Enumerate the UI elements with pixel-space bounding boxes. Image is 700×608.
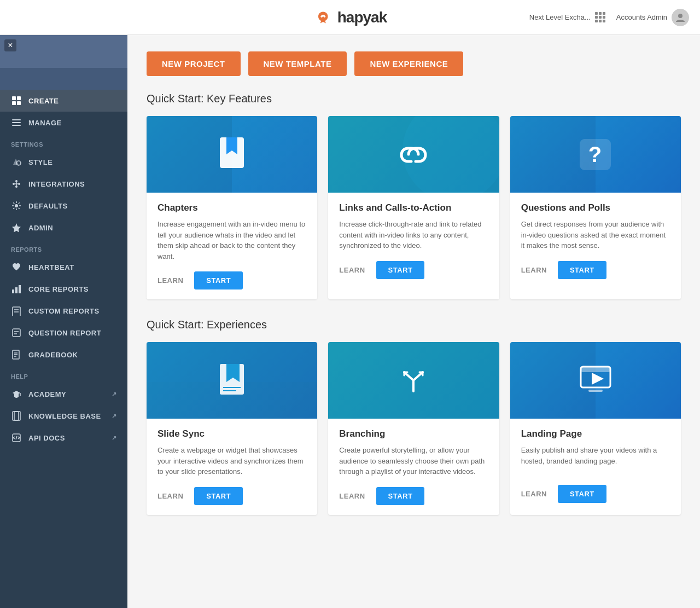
sidebar-item-heartbeat[interactable]: HEARTBEAT — [0, 256, 127, 278]
new-project-button[interactable]: NEW PROJECT — [147, 51, 241, 76]
chapters-learn[interactable]: LEARN — [158, 276, 183, 285]
svg-point-13 — [18, 183, 20, 185]
sidebar-item-gradebook-label: GRADEBOOK — [28, 351, 78, 359]
links-cta-title: Links and Calls-to-Action — [339, 202, 488, 213]
questions-polls-title: Questions and Polls — [521, 202, 670, 213]
branching-card-image — [328, 342, 499, 419]
sidebar-item-custom-reports[interactable]: CUSTOM REPORTS — [0, 300, 127, 322]
grid-icon — [595, 12, 605, 22]
org-name: Next Level Excha... — [529, 13, 591, 21]
sidebar-item-core-reports[interactable]: CORE REPORTS — [0, 278, 127, 300]
sidebar-item-gradebook[interactable]: GRADEBOOK — [0, 344, 127, 366]
sidebar-item-question-report[interactable]: QUESTION REPORT — [0, 322, 127, 344]
help-section-label: Help — [0, 366, 127, 383]
slide-sync-start[interactable]: START — [194, 487, 243, 505]
sidebar-item-style-label: STYLE — [28, 158, 52, 166]
org-switcher[interactable]: Next Level Excha... — [529, 12, 605, 22]
landing-page-learn[interactable]: LEARN — [521, 490, 547, 498]
questions-polls-card-body: Questions and Polls Get direct responses… — [510, 193, 681, 289]
main-layout: × CREATE MANAGE Settings — [0, 35, 700, 608]
links-cta-card: Links and Calls-to-Action Increase click… — [328, 116, 499, 299]
chapters-desc: Increase engagement with an in-video men… — [158, 219, 306, 262]
question-icon: ? — [578, 137, 613, 172]
hapyak-logo-icon — [313, 10, 333, 25]
sidebar-item-create-label: CREATE — [28, 97, 59, 105]
experiences-heading: Quick Start: Experiences — [147, 319, 681, 331]
svg-line-44 — [413, 372, 423, 380]
questions-polls-card-image: ? — [510, 116, 681, 193]
new-template-button[interactable]: NEW TEMPLATE — [248, 51, 347, 76]
svg-rect-4 — [17, 96, 21, 100]
user-avatar — [672, 9, 689, 26]
chapters-start[interactable]: START — [194, 271, 243, 289]
header-logo: hapyak — [313, 9, 387, 26]
slide-sync-desc: Create a webpage or widget that showcase… — [158, 445, 306, 477]
svg-line-35 — [16, 436, 17, 439]
sidebar-item-style[interactable]: STYLE — [0, 151, 127, 173]
svg-rect-3 — [12, 96, 16, 100]
experiences-cards: Slide Sync Create a webpage or widget th… — [147, 342, 681, 515]
external-link-icon-academy: ↗ — [112, 391, 117, 398]
branching-actions: LEARN START — [339, 487, 488, 505]
links-cta-card-body: Links and Calls-to-Action Increase click… — [328, 193, 499, 289]
svg-point-11 — [13, 183, 15, 185]
style-icon — [11, 157, 22, 167]
svg-point-12 — [15, 180, 18, 182]
branching-title: Branching — [339, 429, 488, 439]
sidebar-item-knowledge-base[interactable]: KNOWLEDGE BASE ↗ — [0, 405, 127, 427]
sidebar-nav: CREATE MANAGE Settings STYLE — [0, 90, 127, 608]
svg-rect-46 — [581, 367, 610, 372]
links-cta-desc: Increase click-through-rate and link to … — [339, 219, 488, 251]
links-icon — [394, 141, 433, 168]
slide-sync-card-image — [147, 342, 317, 419]
sidebar-item-defaults[interactable]: DEFAULTS — [0, 195, 127, 217]
svg-rect-24 — [13, 329, 20, 337]
sidebar-item-admin[interactable]: ADMIN — [0, 217, 127, 239]
chapters-actions: LEARN START — [158, 271, 306, 289]
sidebar-item-manage[interactable]: MANAGE — [0, 112, 127, 134]
svg-text:?: ? — [588, 142, 602, 166]
questions-polls-learn[interactable]: LEARN — [521, 266, 547, 274]
sidebar-item-integrations-label: INTEGRATIONS — [28, 180, 85, 188]
svg-rect-8 — [12, 122, 21, 123]
svg-point-2 — [678, 14, 682, 18]
knowledge-base-icon — [11, 410, 22, 421]
links-cta-learn[interactable]: LEARN — [339, 266, 365, 274]
branching-start[interactable]: START — [376, 487, 425, 505]
sidebar-item-api-docs[interactable]: API DOCS ↗ — [0, 427, 127, 449]
sidebar: × CREATE MANAGE Settings — [0, 35, 127, 608]
svg-line-43 — [404, 372, 413, 380]
questions-polls-start[interactable]: START — [558, 261, 606, 279]
key-features-heading: Quick Start: Key Features — [147, 92, 681, 105]
questions-polls-actions: LEARN START — [521, 261, 670, 279]
admin-icon — [11, 222, 22, 233]
svg-point-1 — [324, 15, 326, 18]
sidebar-item-knowledge-base-label: KNOWLEDGE BASE — [28, 412, 101, 420]
slide-sync-card: Slide Sync Create a webpage or widget th… — [147, 342, 317, 515]
svg-rect-7 — [12, 119, 21, 120]
header-right: Next Level Excha... Accounts Admin — [529, 9, 689, 26]
branching-learn[interactable]: LEARN — [339, 492, 365, 500]
sidebar-item-academy[interactable]: ACADEMY ↗ — [0, 383, 127, 405]
user-menu[interactable]: Accounts Admin — [616, 9, 689, 26]
links-cta-actions: LEARN START — [339, 261, 488, 279]
slide-sync-learn[interactable]: LEARN — [158, 492, 183, 500]
slide-sync-icon — [215, 361, 248, 399]
sidebar-item-integrations[interactable]: INTEGRATIONS — [0, 173, 127, 195]
svg-rect-21 — [13, 307, 20, 316]
reports-section-label: Reports — [0, 239, 127, 256]
sidebar-item-create[interactable]: CREATE — [0, 90, 127, 112]
links-cta-start[interactable]: START — [376, 261, 425, 279]
create-icon — [11, 95, 22, 106]
branching-card-body: Branching Create powerful storytelling, … — [328, 419, 499, 515]
svg-rect-20 — [19, 285, 21, 293]
action-buttons: NEW PROJECT NEW TEMPLATE NEW EXPERIENCE — [147, 51, 681, 76]
chapters-title: Chapters — [158, 202, 306, 213]
manage-icon — [11, 117, 22, 128]
svg-marker-47 — [592, 373, 604, 385]
svg-rect-32 — [13, 412, 19, 420]
slide-sync-actions: LEARN START — [158, 487, 306, 505]
new-experience-button[interactable]: NEW EXPERIENCE — [354, 51, 463, 76]
landing-page-start[interactable]: START — [558, 485, 606, 503]
sidebar-close-button[interactable]: × — [4, 39, 16, 51]
